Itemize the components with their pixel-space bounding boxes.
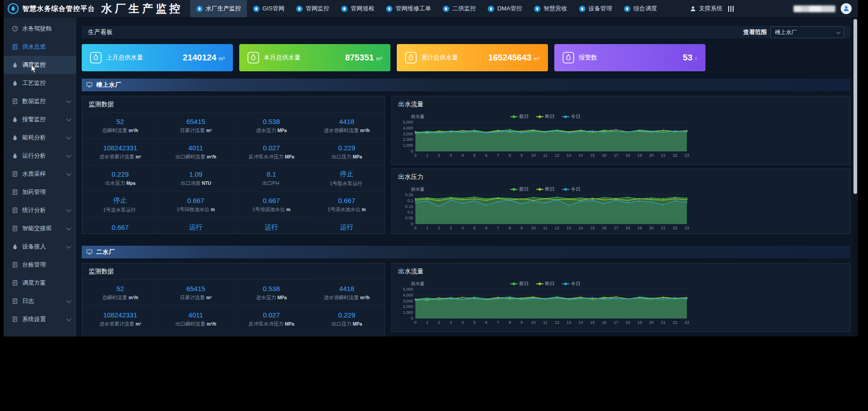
metric-cell: 0.229 出水压力Mpa (82, 165, 158, 191)
nav-tab[interactable]: 智慧营收 (528, 0, 573, 17)
sidebar-menu: 水务驾驶舱 供水总览 调度监控 (4, 18, 76, 337)
svg-text:1,000: 1,000 (403, 143, 413, 148)
plant2-row: 监测数据 52 总瞬时流量m³/h 65415 日累计流量m³ 0.538 进 (82, 263, 850, 337)
sidebar-item[interactable]: 台账管理 (4, 256, 76, 274)
stat-card-number: 165245643 (488, 53, 531, 63)
menu-icon (12, 134, 18, 141)
stat-card: 本月总供水量 875351 m³ (239, 44, 390, 71)
svg-text:23: 23 (685, 320, 689, 325)
legend-item[interactable]: 昨日 (536, 186, 555, 193)
svg-text:4: 4 (461, 226, 464, 230)
svg-text:15: 15 (590, 320, 595, 325)
nav-tab[interactable]: 水厂生产监控 (190, 0, 247, 17)
legend-item[interactable]: 前日 (510, 281, 529, 287)
metric-value: 0.667 (263, 197, 280, 204)
metric-label: 出口压力MPa (331, 154, 362, 160)
legend-item[interactable]: 今日 (562, 186, 581, 193)
chevron-down-icon (66, 116, 71, 121)
metric-label: 出口瞬时流量m³/h (175, 154, 216, 160)
metric-value: 65415 (186, 285, 205, 292)
columns-icon[interactable] (728, 6, 734, 12)
metric-value: 停止 (340, 170, 354, 178)
sidebar-item[interactable]: 能耗分析 (4, 129, 76, 147)
metric-cell: 4011 出口瞬时流量m³/h (158, 139, 234, 165)
logo-icon (7, 3, 19, 15)
scrollbar-thumb[interactable] (853, 19, 857, 194)
svg-text:19: 19 (637, 153, 642, 158)
sidebar-item[interactable]: 调度监控 (4, 56, 76, 74)
monitor-icon (86, 82, 93, 88)
stat-card-value: 2140124 m³ (183, 53, 225, 63)
metric-cell: 108242331 进水管累计流量m³ (82, 139, 158, 165)
vertical-scrollbar[interactable] (853, 18, 858, 337)
metric-cell: 运行 (309, 218, 385, 234)
metric-label: 1号送水泵运行 (103, 207, 137, 213)
chevron-down-icon (66, 243, 71, 248)
legend-item[interactable]: 昨日 (536, 114, 555, 120)
nav-tab-label: 智慧营收 (543, 5, 567, 13)
metric-cell: 52 总瞬时流量m³/h (82, 279, 158, 306)
metric-label: 1号取水泵运行 (330, 180, 364, 187)
legend-item[interactable]: 今日 (562, 281, 581, 287)
support-system-item[interactable]: 支撑系统 (690, 5, 723, 13)
sidebar-item[interactable]: 加药管理 (4, 183, 76, 201)
legend-item[interactable]: 前日 (510, 186, 529, 193)
sidebar-item[interactable]: 工艺监控 (4, 74, 76, 92)
svg-text:21: 21 (661, 320, 666, 325)
nav-tab[interactable]: DMA管控 (482, 0, 528, 17)
sidebar-item[interactable]: 报警监控 (4, 110, 76, 129)
svg-text:0.25: 0.25 (405, 193, 413, 197)
sidebar-item[interactable]: 运行分析 (4, 147, 76, 165)
metric-value: 0.229 (338, 311, 355, 319)
sidebar-item[interactable]: 水务驾驶舱 (4, 20, 76, 38)
sidebar-item[interactable]: 调度方案 (4, 274, 76, 292)
svg-text:0.05: 0.05 (405, 216, 413, 220)
svg-text:17: 17 (614, 153, 618, 158)
svg-text:0: 0 (411, 149, 413, 154)
outflow-chart: 供水量前日昨日今日01,0002,0003,0004,0005,00001234… (392, 279, 695, 327)
nav-tab[interactable]: 设备管理 (573, 0, 618, 17)
metric-value: 0.538 (263, 118, 280, 125)
svg-text:10: 10 (531, 226, 536, 230)
legend-item[interactable]: 今日 (562, 114, 581, 120)
outflow-chart: 供水量前日昨日今日01,0002,0003,0004,0005,00001234… (392, 112, 695, 159)
chart-plot: 00.050.10.150.20.25012345678910111213141… (395, 193, 690, 230)
svg-text:12: 12 (555, 320, 559, 325)
metric-value: 1.09 (189, 170, 202, 178)
username-blurred (794, 5, 835, 12)
svg-text:3: 3 (449, 153, 452, 158)
sidebar-item[interactable]: 智能交接班 (4, 219, 76, 238)
user-avatar[interactable] (841, 3, 852, 14)
sidebar-item[interactable]: 水质采样 (4, 165, 76, 183)
nav-tab[interactable]: GIS管网 (247, 0, 290, 17)
metric-label (195, 233, 197, 234)
metric-label: 总瞬时流量m³/h (102, 294, 138, 301)
metric-unit: MPa (353, 154, 362, 159)
nav-tab[interactable]: 二供监控 (437, 0, 482, 17)
nav-tab[interactable]: 综合调度 (618, 0, 663, 17)
sidebar-item[interactable]: 设备接入 (4, 238, 76, 256)
plant1-row: 监测数据 52 总瞬时流量m³/h 65415 日累计流量m³ 0.538 进 (82, 96, 850, 234)
nav-tab-label: GIS管网 (262, 5, 284, 13)
metric-value: 0.538 (263, 285, 280, 292)
sidebar-item-label: 能耗分析 (22, 134, 46, 142)
sidebar-item[interactable]: 统计分析 (4, 201, 76, 219)
legend-item[interactable]: 前日 (510, 114, 529, 120)
metric-unit: m (286, 207, 291, 212)
metric-label: 出口浊度NTU (180, 180, 211, 187)
svg-text:6: 6 (485, 320, 487, 325)
legend-item[interactable]: 昨日 (536, 281, 555, 287)
nav-tab[interactable]: 管网监控 (290, 0, 335, 17)
water-drop-icon (196, 5, 203, 12)
metric-unit: MPa (285, 322, 294, 327)
metric-label: 进水管瞬时流量m³/h (324, 127, 370, 134)
metric-label (119, 233, 121, 234)
svg-text:14: 14 (578, 226, 583, 230)
sidebar-item[interactable]: 供水总览 (4, 38, 76, 56)
scope-select[interactable]: 槽上水厂 (770, 26, 844, 38)
sidebar-item[interactable]: 数据监控 (4, 92, 76, 110)
sidebar-item[interactable]: 系统设置 (4, 310, 76, 328)
nav-tab[interactable]: 管网维修工单 (380, 0, 437, 17)
sidebar-item[interactable]: 日志 (4, 292, 76, 310)
nav-tab[interactable]: 管网巡检 (335, 0, 380, 17)
